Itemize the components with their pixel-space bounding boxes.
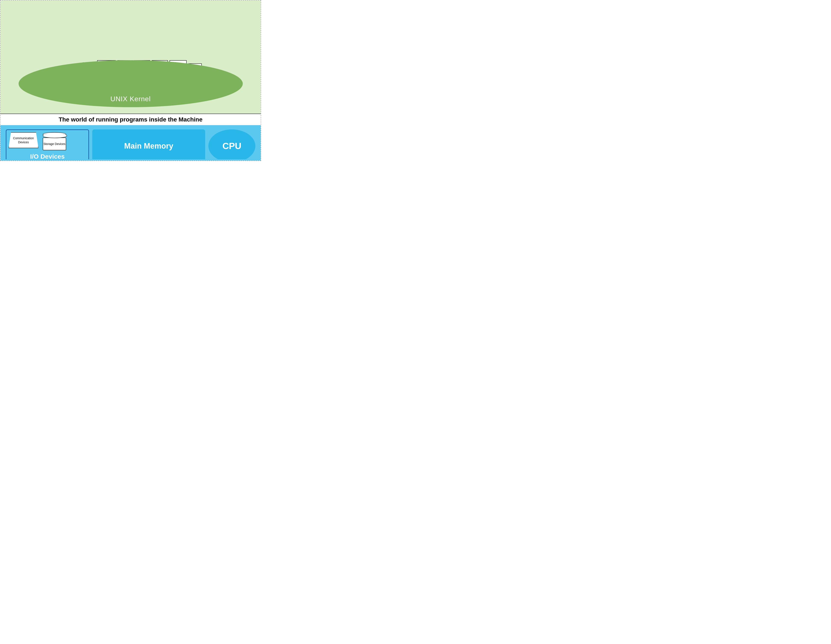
communication-devices-shape: Communication Devices — [8, 132, 38, 148]
storage-devices: Storage Devices — [43, 132, 66, 149]
cpu-box: CPU — [209, 129, 255, 161]
io-devices-label: I/O Devices — [30, 153, 65, 160]
top-section: fork exec exit brk mmap read write open … — [0, 0, 261, 113]
main-memory-label: Main Memory — [124, 141, 173, 151]
communication-devices-label: Communication Devices — [10, 136, 37, 144]
io-devices-box: Communication Devices Storage Devices I/… — [6, 129, 89, 161]
kernel-ellipse: UNIX Kernel — [19, 60, 243, 107]
main-memory-box: Main Memory — [92, 129, 205, 161]
hardware-label: The Computer -- The Hardware -- The Mach… — [0, 159, 261, 161]
storage-devices-label: Storage Devices — [43, 137, 66, 150]
world-label: The world of running programs inside the… — [0, 113, 261, 125]
bottom-section: Communication Devices Storage Devices I/… — [0, 125, 261, 161]
cpu-label: CPU — [223, 141, 242, 151]
cylinder-top — [43, 132, 66, 136]
communication-devices: Communication Devices — [8, 132, 38, 149]
kernel-label: UNIX Kernel — [110, 95, 151, 103]
io-inner-devices: Communication Devices Storage Devices — [8, 132, 66, 149]
